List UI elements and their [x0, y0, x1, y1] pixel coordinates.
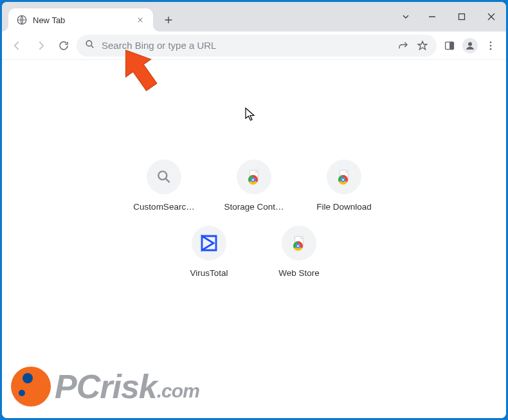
address-bar[interactable] [77, 35, 437, 57]
watermark: PC risk .com [11, 367, 199, 406]
browser-window: New Tab [2, 2, 506, 418]
tab-strip: New Tab [2, 2, 177, 32]
svg-rect-1 [459, 14, 465, 20]
shortcut-chip [282, 226, 316, 260]
share-icon[interactable] [395, 38, 411, 53]
forward-button[interactable] [30, 35, 51, 56]
new-tab-button[interactable] [159, 11, 177, 29]
svg-point-6 [490, 41, 492, 43]
tab-new-tab[interactable]: New Tab [8, 8, 153, 32]
shortcut-chip [147, 160, 181, 194]
svg-point-7 [490, 44, 492, 46]
shortcut-label: Storage Cont… [224, 202, 284, 212]
shortcut-label: Web Store [278, 268, 320, 278]
toolbar [2, 32, 506, 60]
close-tab-button[interactable] [134, 14, 147, 26]
magnifier-icon [156, 169, 172, 185]
back-button[interactable] [7, 35, 28, 56]
chrome-extension-icon [337, 170, 351, 184]
chrome-extension-icon [247, 170, 261, 184]
minimize-button[interactable] [417, 2, 447, 32]
watermark-text-pc: PC [55, 367, 100, 406]
shortcut-chip [237, 160, 271, 194]
tab-search-button[interactable] [394, 2, 417, 32]
maximize-button[interactable] [447, 2, 476, 32]
title-bar: New Tab [2, 2, 506, 32]
shortcut-label: CustomSearc… [133, 202, 194, 212]
shortcut-customsearch[interactable]: CustomSearc… [129, 160, 199, 212]
shortcut-file-download[interactable]: File Download [309, 160, 379, 212]
svg-point-5 [468, 42, 472, 46]
bookmark-icon[interactable] [415, 38, 430, 53]
menu-button[interactable] [480, 35, 501, 56]
tab-title: New Tab [33, 15, 134, 25]
shortcut-label: VirusTotal [190, 268, 228, 278]
shortcut-chip [327, 160, 361, 194]
side-panel-button[interactable] [439, 35, 460, 56]
page-content: CustomSearc… Storage Cont… File Download [2, 60, 506, 418]
shortcut-label: File Download [316, 202, 372, 212]
shortcut-web-store[interactable]: Web Store [264, 226, 334, 278]
svg-rect-4 [450, 42, 454, 49]
close-window-button[interactable] [476, 2, 506, 32]
shortcut-grid: CustomSearc… Storage Cont… File Download [113, 160, 395, 278]
watermark-domain: .com [157, 380, 199, 402]
watermark-text-risk: risk [100, 367, 157, 406]
globe-icon [16, 14, 28, 26]
shortcut-chip [192, 226, 226, 260]
window-controls [394, 2, 506, 32]
profile-avatar[interactable] [462, 38, 478, 53]
shortcut-storage-controller[interactable]: Storage Cont… [219, 160, 289, 212]
reload-button[interactable] [53, 35, 74, 56]
watermark-badge-icon [11, 367, 51, 406]
chrome-webstore-icon [292, 236, 306, 250]
address-input[interactable] [102, 40, 389, 51]
shortcut-virustotal[interactable]: VirusTotal [174, 226, 244, 278]
search-icon [84, 39, 95, 52]
svg-point-8 [490, 48, 492, 50]
virustotal-icon [199, 233, 219, 253]
svg-point-2 [86, 41, 92, 46]
